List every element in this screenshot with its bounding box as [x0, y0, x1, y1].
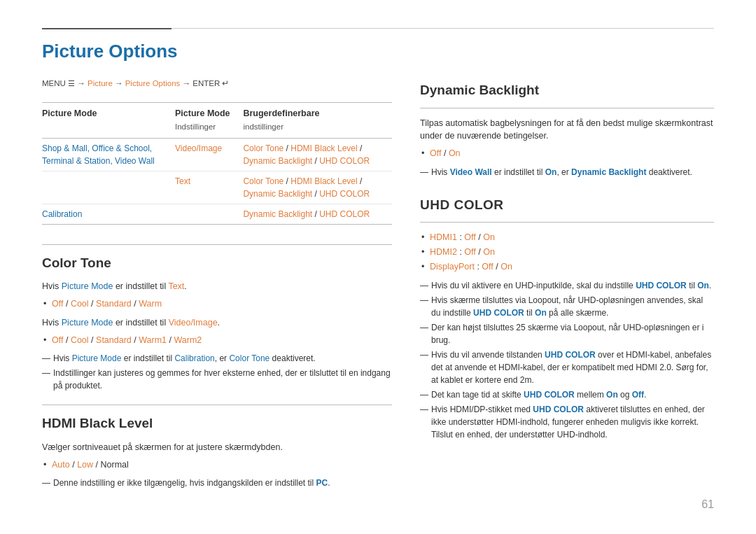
page-number: 61 [701, 496, 714, 513]
note-item: Hvis Picture Mode er indstillet til Cali… [42, 352, 392, 365]
right-column: Dynamic Backlight Tilpas automatisk bagb… [420, 78, 714, 506]
note-item: Indstillinger kan justeres og gemmes for… [42, 367, 392, 392]
color-tone-section: Color Tone Hvis Picture Mode er indstill… [42, 244, 392, 393]
page-title: Picture Options [42, 38, 714, 65]
col-header-2: Picture ModeIndstillinger [175, 103, 243, 139]
uhd-color-section: UHD COLOR HDMI1 : Off / On HDMI2 : Off [420, 195, 714, 441]
color-tone-list-text: Off / Cool / Standard / Warm [42, 297, 392, 311]
note-item: Der kan højst tilsluttes 25 skærme via L… [420, 321, 714, 346]
list-item: Off / Cool / Standard / Warm1 / Warm2 [42, 334, 392, 347]
hdmi-black-level-notes: Denne indstilling er ikke tilgængelig, h… [42, 477, 392, 489]
note-item: Hvis HDMI/DP-stikket med UHD COLOR aktiv… [420, 403, 714, 441]
left-column: MENU ☰ → Picture → Picture Options → ENT… [42, 78, 392, 506]
list-item: Auto / Low / Normal [42, 458, 392, 472]
color-tone-notes: Hvis Picture Mode er indstillet til Cali… [42, 352, 392, 392]
enter-icon: ↵ [222, 79, 229, 87]
menu-icon: ☰ [68, 79, 75, 87]
dynamic-backlight-section: Dynamic Backlight Tilpas automatisk bagb… [420, 80, 714, 178]
hdmi-black-level-list: Auto / Low / Normal [42, 458, 392, 472]
hdmi-black-level-title: HDMI Black Level [42, 414, 392, 434]
table-row: Shop & Mall, Office & School,Terminal & … [42, 138, 392, 171]
note-item: Det kan tage tid at skifte UHD COLOR mel… [420, 388, 714, 401]
page: Picture Options MENU ☰ → Picture → Pictu… [0, 0, 756, 534]
uhd-color-notes: Hvis du vil aktivere en UHD-inputkilde, … [420, 279, 714, 441]
hdmi-black-level-section: HDMI Black Level Vælger sortniveauet på … [42, 405, 392, 489]
note-item: Hvis du vil anvende tilstanden UHD COLOR… [420, 349, 714, 386]
list-item: HDMI1 : Off / On [420, 231, 714, 244]
picture-options-link: Picture Options [125, 79, 181, 87]
list-item: Off / On [420, 147, 714, 160]
list-item: Off / Cool / Standard / Warm [42, 297, 392, 311]
table-row: Text Color Tone / HDMI Black Level / Dyn… [42, 171, 392, 204]
color-tone-list-video: Off / Cool / Standard / Warm1 / Warm2 [42, 334, 392, 347]
dynamic-backlight-title: Dynamic Backlight [420, 80, 714, 101]
dynamic-backlight-list: Off / On [420, 147, 714, 160]
list-item: DisplayPort : Off / On [420, 260, 714, 274]
uhd-color-title: UHD COLOR [420, 195, 714, 216]
menu-text: MENU [42, 79, 66, 87]
list-item: HDMI2 : Off / On [420, 246, 714, 259]
table-row: Calibration Dynamic Backlight / UHD COLO… [42, 204, 392, 224]
note-item: Denne indstilling er ikke tilgængelig, h… [42, 477, 392, 489]
picture-mode-table: Picture Mode Picture ModeIndstillinger B… [42, 102, 392, 225]
dynamic-backlight-notes: Hvis Video Wall er indstillet til On, er… [420, 166, 714, 178]
note-item: Hvis Video Wall er indstillet til On, er… [420, 166, 714, 178]
uhd-color-list: HDMI1 : Off / On HDMI2 : Off / On [420, 231, 714, 273]
note-item: Hvis skærme tilsluttes via Loopout, når … [420, 294, 714, 319]
picture-link: Picture [88, 79, 113, 87]
note-item: Hvis du vil aktivere en UHD-inputkilde, … [420, 279, 714, 292]
menu-path: MENU ☰ → Picture → Picture Options → ENT… [42, 78, 392, 90]
col-header-1: Picture Mode [42, 103, 175, 139]
color-tone-title: Color Tone [42, 253, 392, 274]
col-header-3: Brugerdefinerbareindstillinger [243, 103, 392, 139]
